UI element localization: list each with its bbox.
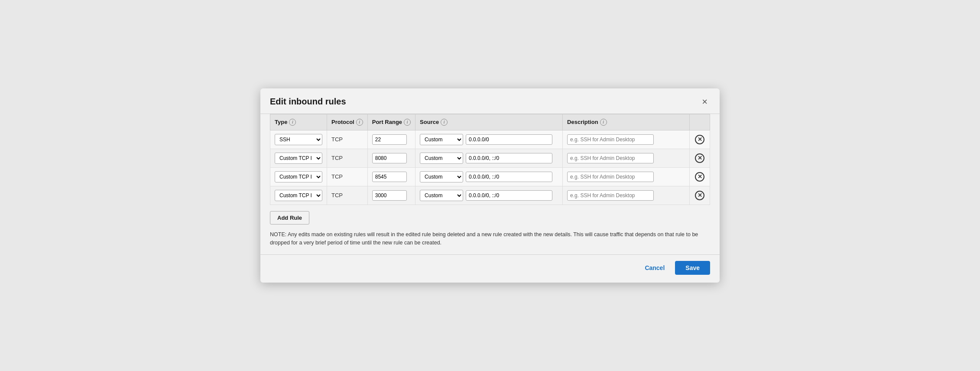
type-select-3[interactable]: SSHCustom TCP IHTTPHTTPSAll traffic [275,190,322,201]
delete-rule-button-2[interactable]: ✕ [694,171,705,182]
port-cell-0 [367,130,415,149]
delete-icon-2: ✕ [695,172,704,182]
source-cell-2: CustomAnywhereMy IP [415,167,563,186]
port-cell-1 [367,149,415,167]
description-input-3[interactable] [567,190,654,201]
rules-tbody: SSHCustom TCP IHTTPHTTPSAll trafficTCPCu… [270,130,710,205]
protocol-cell-3: TCP [327,186,368,205]
description-cell-3 [563,186,690,205]
table-row: SSHCustom TCP IHTTPHTTPSAll trafficTCPCu… [270,167,710,186]
delete-icon-3: ✕ [695,191,704,200]
protocol-text-3: TCP [331,192,343,199]
rules-table: Type i Protocol i Port Range i [270,114,710,205]
source-select-1[interactable]: CustomAnywhereMy IP [420,153,463,164]
source-select-2[interactable]: CustomAnywhereMy IP [420,171,463,182]
th-description: Description i [563,114,690,130]
protocol-info-icon: i [356,119,363,126]
th-source: Source i [415,114,563,130]
protocol-text-1: TCP [331,155,343,161]
type-cell-0: SSHCustom TCP IHTTPHTTPSAll traffic [270,130,327,149]
cancel-button[interactable]: Cancel [640,262,669,274]
description-input-1[interactable] [567,153,654,163]
delete-cell-1: ✕ [690,149,710,167]
modal-title: Edit inbound rules [270,97,346,107]
source-cell-3: CustomAnywhereMy IP [415,186,563,205]
th-port-range: Port Range i [367,114,415,130]
close-button[interactable]: × [699,96,710,107]
port-input-2[interactable] [372,172,407,182]
protocol-text-2: TCP [331,173,343,180]
protocol-cell-2: TCP [327,167,368,186]
source-ip-input-2[interactable] [466,172,552,182]
description-input-0[interactable] [567,134,654,145]
protocol-text-0: TCP [331,136,343,143]
source-ip-input-3[interactable] [466,190,552,201]
add-rule-button[interactable]: Add Rule [270,211,309,225]
table-row: SSHCustom TCP IHTTPHTTPSAll trafficTCPCu… [270,186,710,205]
description-cell-2 [563,167,690,186]
type-cell-2: SSHCustom TCP IHTTPHTTPSAll traffic [270,167,327,186]
type-cell-3: SSHCustom TCP IHTTPHTTPSAll traffic [270,186,327,205]
description-info-icon: i [600,119,607,126]
modal-footer: Cancel Save [260,254,720,283]
delete-rule-button-3[interactable]: ✕ [694,190,705,201]
table-row: SSHCustom TCP IHTTPHTTPSAll trafficTCPCu… [270,149,710,167]
th-protocol: Protocol i [327,114,368,130]
source-select-3[interactable]: CustomAnywhereMy IP [420,190,463,201]
delete-rule-button-1[interactable]: ✕ [694,153,705,164]
delete-cell-3: ✕ [690,186,710,205]
description-input-2[interactable] [567,172,654,182]
table-header: Type i Protocol i Port Range i [270,114,710,130]
delete-cell-0: ✕ [690,130,710,149]
note-text: NOTE: Any edits made on existing rules w… [270,231,710,247]
delete-rule-button-0[interactable]: ✕ [694,134,705,145]
source-cell-1: CustomAnywhereMy IP [415,149,563,167]
port-cell-3 [367,186,415,205]
th-type: Type i [270,114,327,130]
type-select-1[interactable]: SSHCustom TCP IHTTPHTTPSAll traffic [275,153,322,164]
modal-body: Type i Protocol i Port Range i [260,114,720,255]
table-row: SSHCustom TCP IHTTPHTTPSAll trafficTCPCu… [270,130,710,149]
modal-header: Edit inbound rules × [260,88,720,114]
type-select-0[interactable]: SSHCustom TCP IHTTPHTTPSAll traffic [275,134,322,145]
edit-inbound-rules-modal: Edit inbound rules × Type i Protocol i [260,88,720,283]
protocol-cell-0: TCP [327,130,368,149]
source-cell-0: CustomAnywhereMy IP [415,130,563,149]
port-cell-2 [367,167,415,186]
protocol-cell-1: TCP [327,149,368,167]
source-ip-input-0[interactable] [466,134,552,145]
type-select-2[interactable]: SSHCustom TCP IHTTPHTTPSAll traffic [275,171,322,182]
source-select-0[interactable]: CustomAnywhereMy IP [420,134,463,145]
port-input-1[interactable] [372,153,407,163]
port-input-3[interactable] [372,190,407,201]
delete-icon-0: ✕ [695,135,704,144]
type-info-icon: i [289,119,296,126]
th-action [690,114,710,130]
description-cell-0 [563,130,690,149]
port-input-0[interactable] [372,134,407,145]
description-cell-1 [563,149,690,167]
source-info-icon: i [441,119,448,126]
source-ip-input-1[interactable] [466,153,552,163]
port-info-icon: i [404,119,411,126]
delete-icon-1: ✕ [695,153,704,163]
save-button[interactable]: Save [675,261,710,275]
type-cell-1: SSHCustom TCP IHTTPHTTPSAll traffic [270,149,327,167]
delete-cell-2: ✕ [690,167,710,186]
